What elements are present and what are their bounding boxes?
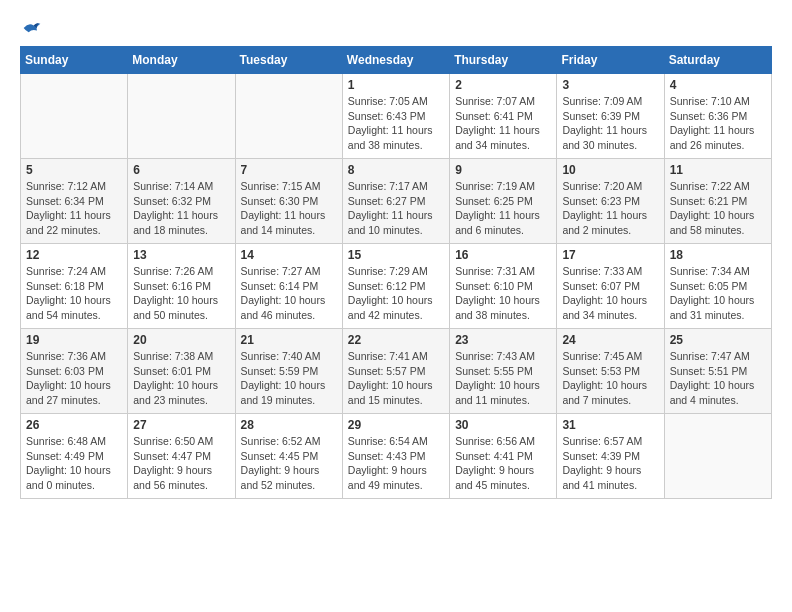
day-number: 6 [133,163,229,177]
calendar: SundayMondayTuesdayWednesdayThursdayFrid… [20,46,772,499]
calendar-cell: 4Sunrise: 7:10 AMSunset: 6:36 PMDaylight… [664,74,771,159]
day-number: 12 [26,248,122,262]
calendar-cell: 8Sunrise: 7:17 AMSunset: 6:27 PMDaylight… [342,159,449,244]
calendar-cell: 11Sunrise: 7:22 AMSunset: 6:21 PMDayligh… [664,159,771,244]
calendar-cell: 15Sunrise: 7:29 AMSunset: 6:12 PMDayligh… [342,244,449,329]
calendar-cell: 31Sunrise: 6:57 AMSunset: 4:39 PMDayligh… [557,414,664,499]
weekday-header-sunday: Sunday [21,47,128,74]
weekday-header-row: SundayMondayTuesdayWednesdayThursdayFrid… [21,47,772,74]
day-info: Sunrise: 7:47 AMSunset: 5:51 PMDaylight:… [670,349,766,408]
day-number: 22 [348,333,444,347]
day-number: 13 [133,248,229,262]
day-info: Sunrise: 7:34 AMSunset: 6:05 PMDaylight:… [670,264,766,323]
day-info: Sunrise: 6:57 AMSunset: 4:39 PMDaylight:… [562,434,658,493]
day-info: Sunrise: 7:14 AMSunset: 6:32 PMDaylight:… [133,179,229,238]
day-info: Sunrise: 7:29 AMSunset: 6:12 PMDaylight:… [348,264,444,323]
day-info: Sunrise: 7:12 AMSunset: 6:34 PMDaylight:… [26,179,122,238]
day-info: Sunrise: 7:05 AMSunset: 6:43 PMDaylight:… [348,94,444,153]
week-row-3: 12Sunrise: 7:24 AMSunset: 6:18 PMDayligh… [21,244,772,329]
calendar-cell [21,74,128,159]
calendar-cell: 10Sunrise: 7:20 AMSunset: 6:23 PMDayligh… [557,159,664,244]
calendar-cell: 18Sunrise: 7:34 AMSunset: 6:05 PMDayligh… [664,244,771,329]
day-number: 26 [26,418,122,432]
day-info: Sunrise: 7:45 AMSunset: 5:53 PMDaylight:… [562,349,658,408]
calendar-cell: 2Sunrise: 7:07 AMSunset: 6:41 PMDaylight… [450,74,557,159]
day-number: 3 [562,78,658,92]
day-info: Sunrise: 6:50 AMSunset: 4:47 PMDaylight:… [133,434,229,493]
calendar-cell: 28Sunrise: 6:52 AMSunset: 4:45 PMDayligh… [235,414,342,499]
calendar-cell: 1Sunrise: 7:05 AMSunset: 6:43 PMDaylight… [342,74,449,159]
weekday-header-friday: Friday [557,47,664,74]
page-header [20,20,772,36]
day-info: Sunrise: 7:36 AMSunset: 6:03 PMDaylight:… [26,349,122,408]
day-number: 24 [562,333,658,347]
day-number: 11 [670,163,766,177]
calendar-cell: 16Sunrise: 7:31 AMSunset: 6:10 PMDayligh… [450,244,557,329]
day-number: 28 [241,418,337,432]
calendar-cell: 9Sunrise: 7:19 AMSunset: 6:25 PMDaylight… [450,159,557,244]
calendar-cell: 17Sunrise: 7:33 AMSunset: 6:07 PMDayligh… [557,244,664,329]
day-number: 14 [241,248,337,262]
weekday-header-wednesday: Wednesday [342,47,449,74]
day-info: Sunrise: 7:17 AMSunset: 6:27 PMDaylight:… [348,179,444,238]
day-info: Sunrise: 7:33 AMSunset: 6:07 PMDaylight:… [562,264,658,323]
day-info: Sunrise: 7:27 AMSunset: 6:14 PMDaylight:… [241,264,337,323]
calendar-cell: 5Sunrise: 7:12 AMSunset: 6:34 PMDaylight… [21,159,128,244]
calendar-cell: 20Sunrise: 7:38 AMSunset: 6:01 PMDayligh… [128,329,235,414]
day-info: Sunrise: 7:19 AMSunset: 6:25 PMDaylight:… [455,179,551,238]
day-number: 30 [455,418,551,432]
day-number: 19 [26,333,122,347]
day-info: Sunrise: 6:52 AMSunset: 4:45 PMDaylight:… [241,434,337,493]
calendar-cell [235,74,342,159]
calendar-cell: 19Sunrise: 7:36 AMSunset: 6:03 PMDayligh… [21,329,128,414]
calendar-cell: 21Sunrise: 7:40 AMSunset: 5:59 PMDayligh… [235,329,342,414]
weekday-header-thursday: Thursday [450,47,557,74]
calendar-cell [664,414,771,499]
day-number: 4 [670,78,766,92]
week-row-4: 19Sunrise: 7:36 AMSunset: 6:03 PMDayligh… [21,329,772,414]
day-number: 1 [348,78,444,92]
day-info: Sunrise: 7:22 AMSunset: 6:21 PMDaylight:… [670,179,766,238]
week-row-2: 5Sunrise: 7:12 AMSunset: 6:34 PMDaylight… [21,159,772,244]
day-info: Sunrise: 6:48 AMSunset: 4:49 PMDaylight:… [26,434,122,493]
calendar-cell: 22Sunrise: 7:41 AMSunset: 5:57 PMDayligh… [342,329,449,414]
week-row-5: 26Sunrise: 6:48 AMSunset: 4:49 PMDayligh… [21,414,772,499]
day-number: 23 [455,333,551,347]
calendar-cell [128,74,235,159]
day-number: 31 [562,418,658,432]
day-number: 20 [133,333,229,347]
day-info: Sunrise: 7:24 AMSunset: 6:18 PMDaylight:… [26,264,122,323]
day-info: Sunrise: 7:41 AMSunset: 5:57 PMDaylight:… [348,349,444,408]
calendar-cell: 7Sunrise: 7:15 AMSunset: 6:30 PMDaylight… [235,159,342,244]
day-number: 17 [562,248,658,262]
weekday-header-tuesday: Tuesday [235,47,342,74]
day-number: 25 [670,333,766,347]
calendar-cell: 6Sunrise: 7:14 AMSunset: 6:32 PMDaylight… [128,159,235,244]
logo-bird-icon [22,20,42,36]
day-number: 7 [241,163,337,177]
day-number: 8 [348,163,444,177]
day-number: 15 [348,248,444,262]
day-info: Sunrise: 7:20 AMSunset: 6:23 PMDaylight:… [562,179,658,238]
calendar-cell: 24Sunrise: 7:45 AMSunset: 5:53 PMDayligh… [557,329,664,414]
calendar-cell: 13Sunrise: 7:26 AMSunset: 6:16 PMDayligh… [128,244,235,329]
day-number: 29 [348,418,444,432]
day-info: Sunrise: 7:43 AMSunset: 5:55 PMDaylight:… [455,349,551,408]
day-number: 10 [562,163,658,177]
day-number: 18 [670,248,766,262]
day-number: 16 [455,248,551,262]
day-number: 9 [455,163,551,177]
day-info: Sunrise: 7:26 AMSunset: 6:16 PMDaylight:… [133,264,229,323]
day-info: Sunrise: 7:15 AMSunset: 6:30 PMDaylight:… [241,179,337,238]
day-number: 21 [241,333,337,347]
day-info: Sunrise: 6:54 AMSunset: 4:43 PMDaylight:… [348,434,444,493]
weekday-header-saturday: Saturday [664,47,771,74]
day-number: 27 [133,418,229,432]
day-info: Sunrise: 7:07 AMSunset: 6:41 PMDaylight:… [455,94,551,153]
weekday-header-monday: Monday [128,47,235,74]
calendar-cell: 23Sunrise: 7:43 AMSunset: 5:55 PMDayligh… [450,329,557,414]
calendar-cell: 3Sunrise: 7:09 AMSunset: 6:39 PMDaylight… [557,74,664,159]
day-number: 2 [455,78,551,92]
calendar-cell: 14Sunrise: 7:27 AMSunset: 6:14 PMDayligh… [235,244,342,329]
day-info: Sunrise: 6:56 AMSunset: 4:41 PMDaylight:… [455,434,551,493]
